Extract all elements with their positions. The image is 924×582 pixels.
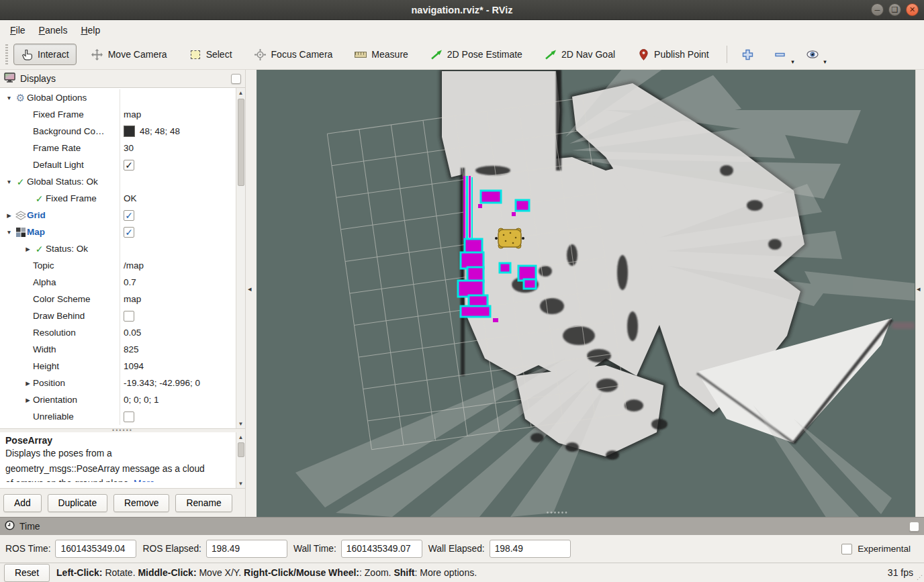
property-value[interactable]: 0; 0; 0; 1 — [124, 395, 159, 405]
tree-row-default-light[interactable]: Default Light✓ — [0, 156, 236, 173]
duplicate-button[interactable]: Duplicate — [48, 494, 108, 512]
dropdown-caret-icon[interactable]: ▾ — [823, 58, 827, 65]
add-display-button[interactable] — [737, 46, 759, 63]
viewport-right-splitter[interactable]: ◂ — [915, 70, 924, 517]
tree-row-color-scheme[interactable]: Color Schememap — [0, 291, 236, 307]
minimize-button[interactable]: ─ — [871, 3, 884, 16]
scroll-up-icon[interactable]: ▲ — [236, 88, 245, 97]
viewport-left-splitter[interactable]: ◂ — [246, 70, 257, 517]
tree-row-unreliable[interactable]: Unreliable — [0, 408, 236, 425]
tree-row-height[interactable]: Height1094 — [0, 358, 236, 375]
close-button[interactable]: ✕ — [906, 3, 919, 16]
expander-right-icon[interactable]: ▶ — [23, 380, 33, 387]
remove-display-button[interactable]: ▾ — [769, 46, 792, 63]
expander-right-icon[interactable]: ▶ — [23, 246, 33, 252]
panel-float-button[interactable] — [231, 74, 241, 84]
tree-row-resolution[interactable]: Resolution0.05 — [0, 324, 236, 341]
wall-time-input[interactable] — [341, 540, 422, 558]
ros-elapsed-input[interactable] — [206, 540, 287, 558]
property-value[interactable]: 1094 — [124, 361, 144, 371]
tree-row-draw-behind[interactable]: Draw Behind — [0, 307, 236, 324]
property-value[interactable]: map — [124, 294, 141, 304]
tree-row-fixed-frame[interactable]: Fixed Framemap — [0, 106, 236, 123]
expander-down-icon[interactable]: ▼ — [4, 229, 14, 236]
tree-row-map[interactable]: ▼Map✓ — [0, 224, 236, 240]
collapse-left-icon[interactable]: ◂ — [248, 285, 252, 293]
remove-button[interactable]: Remove — [113, 494, 169, 512]
property-value[interactable]: /map — [124, 260, 144, 271]
property-value[interactable]: 825 — [124, 344, 139, 354]
property-label: Status: Ok — [46, 244, 88, 254]
tree-row-background-co[interactable]: Background Co…48; 48; 48 — [0, 123, 236, 140]
property-checkbox[interactable]: ✓ — [124, 210, 134, 221]
toolbar-drag-handle[interactable] — [5, 44, 8, 64]
maximize-button[interactable]: ❑ — [888, 3, 901, 16]
tree-row-orientation[interactable]: ▶Orientation0; 0; 0; 1 — [0, 391, 236, 408]
tree-row-position[interactable]: ▶Position-19.343; -42.996; 0 — [0, 375, 236, 391]
dropdown-caret-icon[interactable]: ▾ — [791, 58, 794, 65]
property-value[interactable]: OK — [124, 193, 137, 203]
expander-right-icon[interactable]: ▶ — [23, 397, 33, 403]
more-link[interactable]: More... — [134, 479, 163, 482]
reset-button[interactable]: Reset — [4, 564, 50, 582]
tree-row-topic[interactable]: Topic/map — [0, 257, 236, 274]
tool-interact[interactable]: Interact — [13, 44, 77, 65]
property-value[interactable]: 0.05 — [124, 328, 141, 338]
tree-row-grid[interactable]: ▶Grid✓ — [0, 207, 236, 224]
color-swatch[interactable] — [124, 126, 135, 137]
tree-row-width[interactable]: Width825 — [0, 341, 236, 358]
expander-right-icon[interactable]: ▶ — [4, 212, 14, 219]
window-resize-grip[interactable]: ⋰ — [917, 574, 923, 581]
displays-panel-header[interactable]: Displays — [0, 70, 245, 88]
property-checkbox[interactable] — [124, 411, 134, 422]
menu-help[interactable]: Help — [75, 22, 106, 38]
tree-scrollbar[interactable]: ▲ ▼ — [236, 88, 245, 428]
tool-2d-nav-goal[interactable]: 2D Nav Goal — [537, 44, 622, 65]
tool-2d-pose-estimate[interactable]: 2D Pose Estimate — [423, 44, 530, 65]
property-value[interactable]: map — [124, 109, 141, 119]
tool-focus-camera[interactable]: Focus Camera — [247, 44, 340, 65]
scroll-thumb[interactable] — [238, 99, 244, 186]
collapse-right-icon[interactable]: ◂ — [917, 285, 921, 293]
expander-down-icon[interactable]: ▼ — [4, 95, 14, 101]
menu-file[interactable]: File — [4, 22, 32, 38]
property-value[interactable]: -19.343; -42.996; 0 — [124, 378, 200, 388]
experimental-checkbox[interactable] — [841, 544, 852, 554]
monitor-icon — [4, 72, 15, 85]
property-value[interactable]: 30 — [124, 143, 134, 153]
tree-row-fixed-frame[interactable]: ✓Fixed FrameOK — [0, 190, 236, 207]
wall-elapsed-input[interactable] — [490, 540, 571, 558]
rename-button[interactable]: Rename — [175, 494, 232, 512]
property-checkbox[interactable]: ✓ — [124, 227, 134, 238]
panel-float-button[interactable] — [909, 522, 919, 532]
menu-panels[interactable]: Panels — [33, 22, 74, 38]
3d-viewport[interactable]: •••••• — [257, 70, 915, 517]
tool-measure[interactable]: Measure — [347, 44, 415, 65]
scroll-up-icon[interactable]: ▲ — [236, 432, 245, 442]
property-value[interactable]: 0.7 — [124, 277, 136, 287]
camera-type-button[interactable]: ▾ — [801, 46, 824, 63]
tree-row-status-ok[interactable]: ▶✓Status: Ok — [0, 240, 236, 257]
expander-down-icon[interactable]: ▼ — [4, 179, 14, 185]
property-checkbox[interactable] — [124, 311, 134, 322]
property-value[interactable]: 48; 48; 48 — [140, 126, 180, 136]
tree-row-alpha[interactable]: Alpha0.7 — [0, 274, 236, 291]
tool-move-camera[interactable]: Move Camera — [84, 44, 175, 65]
property-label: Background Co… — [33, 126, 105, 136]
scroll-thumb[interactable] — [238, 442, 244, 457]
tool-select[interactable]: Select — [182, 44, 240, 65]
tree-row-frame-rate[interactable]: Frame Rate30 — [0, 140, 236, 156]
tree-row-global-status-ok[interactable]: ▼✓Global Status: Ok — [0, 173, 236, 190]
tree-row-global-options[interactable]: ▼⚙Global Options — [0, 89, 236, 106]
ros-time-input[interactable] — [55, 540, 136, 558]
title-bar[interactable]: navigation.rviz* - RViz ─❑✕ — [0, 0, 924, 20]
description-scrollbar[interactable]: ▲ ▼ — [236, 432, 245, 488]
time-panel-header[interactable]: Time — [0, 517, 924, 535]
property-checkbox[interactable]: ✓ — [124, 160, 134, 171]
scroll-down-icon[interactable]: ▼ — [236, 419, 245, 428]
scroll-down-icon[interactable]: ▼ — [236, 479, 245, 488]
tool-label: Focus Camera — [271, 49, 333, 60]
viewport-splitter-grip[interactable]: •••••• — [547, 509, 569, 516]
add-button[interactable]: Add — [3, 494, 42, 512]
tool-publish-point[interactable]: Publish Point — [630, 44, 717, 65]
